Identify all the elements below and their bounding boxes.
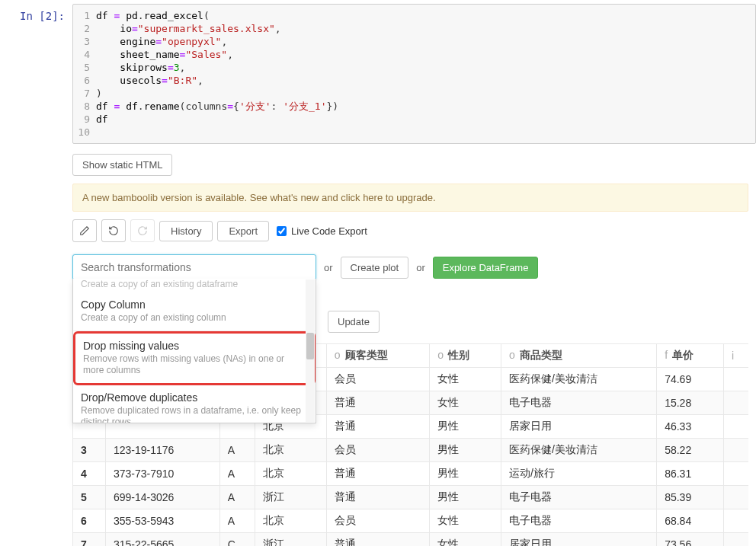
edit-icon[interactable] xyxy=(72,219,97,242)
explore-dataframe-button[interactable]: Explore DataFrame xyxy=(433,257,539,279)
dropdown-item[interactable]: Drop missing valuesRemove rows with miss… xyxy=(73,331,316,385)
table-row[interactable]: 7315-22-5665C浙江普通女性居家日用73.56 xyxy=(73,533,749,547)
dropdown-item-cut[interactable]: Create a copy of an existing dataframe xyxy=(73,279,316,292)
cell-prompt: In [2]: xyxy=(0,4,72,144)
dropdown-item[interactable]: Copy ColumnCreate a copy of an existing … xyxy=(73,292,316,331)
table-column-header[interactable]: f单价 xyxy=(657,344,724,368)
or-text-2: or xyxy=(416,262,425,273)
table-column-header[interactable]: o商品类型 xyxy=(501,344,656,368)
table-row[interactable]: 4373-73-7910A北京普通男性运动/旅行86.31 xyxy=(73,462,749,486)
export-button[interactable]: Export xyxy=(217,221,269,241)
table-column-header[interactable]: o性别 xyxy=(430,344,501,368)
create-plot-button[interactable]: Create plot xyxy=(341,257,409,279)
upgrade-banner[interactable]: A new bamboolib version is available. Se… xyxy=(72,184,748,212)
show-static-html-button[interactable]: Show static HTML xyxy=(72,154,172,176)
table-column-header[interactable]: i xyxy=(723,344,748,368)
live-code-export-checkbox[interactable] xyxy=(277,226,287,236)
table-row[interactable]: 6355-53-5943A北京会员女性电子电器68.84 xyxy=(73,509,749,533)
history-button[interactable]: History xyxy=(159,221,213,241)
table-column-header[interactable]: o顾客类型 xyxy=(326,344,429,368)
table-row[interactable]: 3123-19-1176A北京会员男性医药保健/美妆清洁58.22 xyxy=(73,439,749,462)
code-lines[interactable]: df = pd.read_excel( io="supermarkt_sales… xyxy=(96,9,338,139)
transformations-dropdown: Create a copy of an existing dataframe C… xyxy=(72,279,316,423)
table-row[interactable]: 5699-14-3026A浙江普通男性电子电器85.39 xyxy=(73,486,749,509)
update-button[interactable]: Update xyxy=(328,311,380,333)
redo-icon[interactable] xyxy=(130,219,155,242)
or-text: or xyxy=(324,262,333,273)
dropdown-item[interactable]: Drop/Remove duplicatesRemove duplicated … xyxy=(73,385,316,423)
line-number-gutter: 12345678910 xyxy=(73,9,96,139)
dropdown-scrollbar[interactable] xyxy=(306,279,315,422)
code-input-area[interactable]: 12345678910 df = pd.read_excel( io="supe… xyxy=(72,4,756,144)
live-code-export-label[interactable]: Live Code Export xyxy=(277,225,367,237)
search-transformations-input[interactable] xyxy=(72,254,316,280)
undo-icon[interactable] xyxy=(101,219,126,242)
